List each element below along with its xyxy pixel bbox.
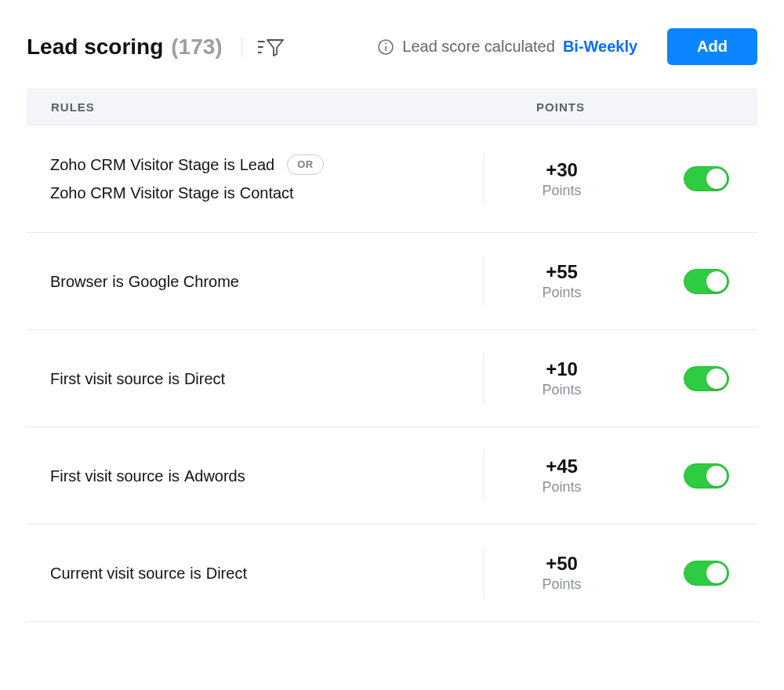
points-cell: +10Points: [483, 354, 640, 403]
rule-operator: is: [223, 180, 234, 205]
rule-operator: is: [190, 561, 201, 586]
calc-text: Lead score calculated: [402, 38, 555, 56]
rule-field: Browser: [50, 269, 107, 294]
col-header-points: POINTS: [482, 100, 639, 114]
table-row[interactable]: Zoho CRM Visitor StageisLeadORZoho CRM V…: [27, 125, 757, 233]
table-row[interactable]: First visit sourceisDirect+10Points: [27, 330, 757, 427]
enable-toggle[interactable]: [684, 366, 729, 391]
toggle-knob: [706, 563, 727, 583]
rule-condition: Zoho CRM Visitor StageisContact: [50, 180, 483, 205]
col-header-rules: RULES: [51, 100, 482, 114]
rule-cell: Zoho CRM Visitor StageisLeadORZoho CRM V…: [50, 149, 483, 209]
rule-value: Google Chrome: [129, 269, 239, 294]
points-label: Points: [484, 285, 640, 301]
points-cell: +55Points: [483, 256, 640, 306]
vertical-separator: [241, 37, 242, 57]
points-label: Points: [484, 183, 640, 199]
enable-toggle[interactable]: [684, 269, 729, 294]
connector-pill: OR: [287, 154, 324, 176]
table-body: Zoho CRM Visitor StageisLeadORZoho CRM V…: [27, 125, 757, 622]
points-value: +10: [484, 358, 640, 380]
points-value: +55: [484, 261, 640, 283]
rule-operator: is: [223, 152, 234, 177]
toggle-cell: [640, 561, 734, 586]
points-value: +45: [484, 456, 640, 478]
rule-value: Lead: [240, 152, 275, 177]
rule-value: Adwords: [184, 463, 245, 488]
rule-operator: is: [168, 366, 179, 391]
rule-cell: First visit sourceisAdwords: [50, 460, 483, 492]
points-value: +30: [484, 159, 640, 181]
rule-condition: First visit sourceisAdwords: [50, 463, 483, 488]
toggle-cell: [640, 269, 734, 294]
page-header: Lead scoring (173) Lead score calculated…: [0, 0, 784, 89]
rule-field: Zoho CRM Visitor Stage: [50, 180, 219, 205]
rules-table: RULES POINTS Zoho CRM Visitor StageisLea…: [27, 89, 757, 622]
points-label: Points: [484, 382, 640, 398]
toggle-cell: [640, 463, 734, 488]
toggle-knob: [706, 369, 727, 389]
table-row[interactable]: BrowserisGoogle Chrome+55Points: [27, 233, 757, 330]
points-label: Points: [484, 576, 640, 593]
rule-cell: BrowserisGoogle Chrome: [50, 266, 483, 297]
rule-condition: BrowserisGoogle Chrome: [50, 269, 483, 294]
table-header: RULES POINTS: [27, 89, 757, 125]
toggle-knob: [706, 466, 727, 486]
rule-condition: Current visit sourceisDirect: [50, 561, 483, 586]
info-icon[interactable]: [377, 38, 394, 56]
points-value: +50: [484, 553, 640, 575]
table-row[interactable]: Current visit sourceisDirect+50Points: [27, 525, 757, 622]
rule-cell: Current visit sourceisDirect: [50, 557, 483, 589]
toggle-cell: [640, 366, 734, 391]
rule-value: Direct: [206, 561, 247, 586]
rule-field: First visit source: [50, 463, 163, 488]
calc-label-wrap: Lead score calculated Bi-Weekly: [377, 38, 637, 56]
rule-condition: First visit sourceisDirect: [50, 366, 483, 391]
points-cell: +50Points: [483, 548, 640, 597]
enable-toggle[interactable]: [684, 166, 729, 191]
enable-toggle[interactable]: [684, 463, 729, 488]
rule-value: Direct: [184, 366, 225, 391]
rule-field: First visit source: [50, 366, 163, 391]
points-cell: +45Points: [483, 451, 640, 500]
toggle-cell: [640, 166, 734, 191]
svg-point-5: [385, 42, 387, 44]
calc-interval-link[interactable]: Bi-Weekly: [563, 38, 637, 56]
rule-cell: First visit sourceisDirect: [50, 363, 483, 394]
enable-toggle[interactable]: [684, 561, 729, 586]
rule-field: Zoho CRM Visitor Stage: [50, 152, 219, 177]
rule-operator: is: [112, 269, 123, 294]
rule-value: Contact: [240, 180, 294, 205]
page-title: Lead scoring: [27, 34, 163, 60]
toggle-knob: [706, 271, 727, 292]
add-button[interactable]: Add: [667, 28, 757, 65]
points-cell: +30Points: [483, 154, 640, 204]
rule-field: Current visit source: [50, 561, 185, 586]
table-row[interactable]: First visit sourceisAdwords+45Points: [27, 427, 757, 525]
title-wrap: Lead scoring (173): [27, 34, 223, 60]
page-title-count: (173): [171, 34, 222, 60]
filter-icon[interactable]: [258, 37, 285, 57]
rule-operator: is: [168, 463, 179, 488]
toggle-knob: [706, 169, 727, 189]
points-label: Points: [484, 479, 640, 496]
rule-condition: Zoho CRM Visitor StageisLeadOR: [50, 152, 483, 177]
